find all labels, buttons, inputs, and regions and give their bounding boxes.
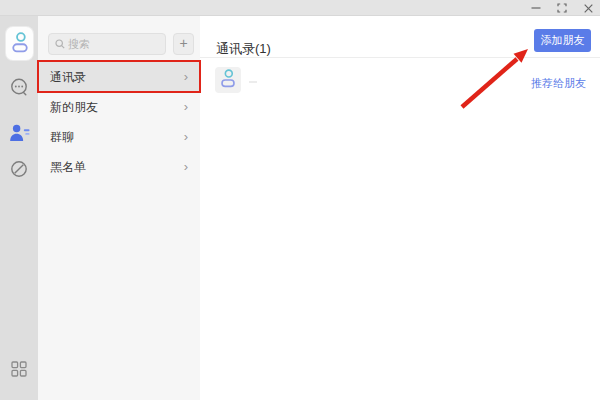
add-friend-button[interactable]: 添加朋友 (534, 29, 591, 52)
left-sidebar (0, 16, 38, 400)
restore-icon (557, 3, 567, 13)
search-row: + (48, 33, 194, 55)
contact-avatar-icon (220, 68, 236, 92)
sidebar-item-apps[interactable] (9, 359, 29, 379)
minimize-button[interactable] (530, 2, 542, 14)
contact-name-placeholder (249, 81, 257, 83)
title-bar (0, 0, 600, 16)
nav-item-label: 新的朋友 (50, 99, 184, 116)
recommend-to-friends-link[interactable]: 推荐给朋友 (531, 76, 586, 91)
close-button[interactable] (582, 2, 594, 14)
main-content: 通讯录(1) 添加朋友 推荐给朋友 (200, 16, 600, 400)
restore-button[interactable] (556, 2, 568, 14)
window-controls (530, 0, 594, 16)
contacts-icon (9, 123, 30, 143)
sidebar-item-contacts[interactable] (9, 123, 29, 143)
chat-messages-icon (9, 77, 29, 97)
apps-grid-icon (11, 361, 27, 377)
nav-item-blacklist[interactable]: 黑名单 › (38, 152, 200, 182)
sidebar-item-messages[interactable] (9, 77, 29, 97)
search-icon (55, 35, 65, 53)
discover-icon (9, 159, 29, 179)
nav-item-label: 黑名单 (50, 159, 184, 176)
chevron-right-icon: › (184, 70, 188, 83)
sidebar-item-discover[interactable] (9, 159, 29, 179)
search-box[interactable] (48, 33, 166, 55)
add-button[interactable]: + (173, 33, 194, 55)
contacts-nav-list: 通讯录 › 新的朋友 › 群聊 › 黑名单 › (38, 62, 200, 182)
profile-avatar-icon (11, 31, 29, 57)
close-icon (584, 4, 593, 13)
nav-item-group-chats[interactable]: 群聊 › (38, 122, 200, 152)
app-window: + 通讯录 › 新的朋友 › 群聊 › 黑名单 › 通讯录(1) 添加朋友 (0, 0, 600, 400)
page-title: 通讯录(1) (216, 40, 271, 58)
chevron-right-icon: › (184, 160, 188, 173)
chevron-right-icon: › (184, 130, 188, 143)
minimize-icon (531, 3, 541, 13)
nav-item-label: 通讯录 (50, 69, 184, 86)
search-input[interactable] (68, 38, 159, 50)
chevron-right-icon: › (184, 100, 188, 113)
nav-item-new-friends[interactable]: 新的朋友 › (38, 92, 200, 122)
contact-list-item[interactable]: 推荐给朋友 (200, 58, 600, 108)
profile-avatar[interactable] (6, 27, 33, 60)
nav-item-contacts[interactable]: 通讯录 › (38, 62, 200, 92)
contact-avatar (215, 67, 241, 93)
contacts-panel: + 通讯录 › 新的朋友 › 群聊 › 黑名单 › (38, 16, 200, 400)
nav-item-label: 群聊 (50, 129, 184, 146)
